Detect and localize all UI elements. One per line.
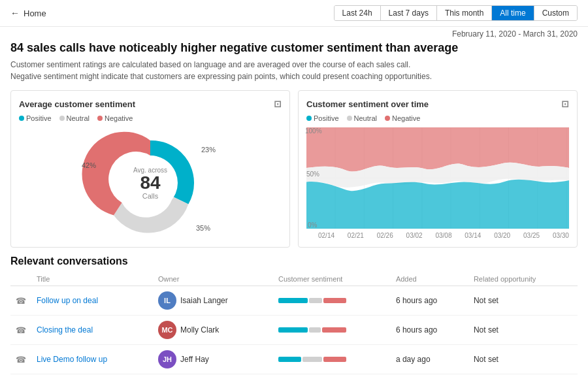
- filter-alltime[interactable]: All time: [492, 6, 534, 20]
- table-row[interactable]: ☎ Follow up on deal IL Isaiah Langer 6 h…: [10, 286, 578, 316]
- sent-positive: [278, 298, 308, 303]
- row-added: 6 hours ago: [391, 316, 468, 345]
- sentiment-over-time-title: Customer sentiment over time ⊡: [306, 99, 569, 109]
- negative-dot: [97, 116, 103, 121]
- legend-negative: Negative: [105, 114, 133, 122]
- row-phone-icon: ☎: [10, 345, 31, 374]
- row-owner: MC Molly Clark: [153, 316, 273, 345]
- sentiment-over-time-card: Customer sentiment over time ⊡ Positive …: [298, 90, 578, 248]
- row-title[interactable]: Live Demo follow up: [31, 345, 153, 374]
- page-desc-line2: Negative sentiment might indicate that c…: [10, 72, 432, 81]
- ot-legend-positive: Positive: [314, 114, 339, 122]
- x-label-0330: 03/30: [553, 232, 569, 239]
- filter-last24h[interactable]: Last 24h: [335, 6, 381, 20]
- y-label-50: 50%: [306, 171, 319, 178]
- col-opportunity: Related opportunity: [468, 272, 578, 286]
- row-phone-icon: ☎: [10, 286, 31, 316]
- x-label-0302: 03/02: [406, 232, 423, 239]
- ot-negative-dot: [385, 116, 390, 121]
- date-range: February 11, 2020 - March 31, 2020: [0, 27, 588, 41]
- page-desc-line1: Customer sentiment ratings are calculate…: [10, 60, 410, 69]
- sent-negative: [322, 327, 346, 333]
- positive-dot: [19, 116, 24, 121]
- charts-row: Average customer sentiment ⊡ Positive Ne…: [10, 90, 578, 248]
- col-sentiment: Customer sentiment: [273, 272, 391, 286]
- table-header-row: Title Owner Customer sentiment Added Rel…: [10, 272, 578, 286]
- x-label-0214: 02/14: [318, 232, 335, 239]
- sentiment-overtime-export-icon[interactable]: ⊡: [561, 99, 569, 109]
- back-arrow-icon: ←: [10, 8, 20, 18]
- donut-label-neutral: 35%: [196, 224, 210, 232]
- page-desc: Customer sentiment ratings are calculate…: [10, 59, 578, 82]
- sent-negative: [323, 298, 346, 303]
- row-sentiment: [273, 286, 391, 316]
- x-label-0226: 02/26: [377, 232, 393, 239]
- y-label-100: 100%: [305, 127, 322, 135]
- row-owner: IL Isaiah Langer: [153, 286, 273, 316]
- sent-positive: [278, 327, 308, 333]
- page-title: 84 sales calls have noticeably higher ne…: [10, 41, 578, 55]
- main-content: 84 sales calls have noticeably higher ne…: [0, 41, 588, 380]
- col-icon: [10, 272, 31, 286]
- row-title[interactable]: Closing the deal: [31, 316, 153, 345]
- ot-legend-neutral: Neutral: [354, 114, 377, 122]
- sent-positive: [278, 357, 301, 362]
- avg-sentiment-legend: Positive Neutral Negative: [19, 114, 282, 122]
- row-owner: JH Jeff Hay: [153, 345, 273, 374]
- back-label: Home: [24, 8, 46, 18]
- filter-last7days[interactable]: Last 7 days: [381, 6, 437, 20]
- x-label-0308: 03/08: [435, 232, 451, 239]
- donut-center-text: Avg. across 84 Calls: [133, 167, 167, 200]
- row-opportunity: Not set: [468, 316, 578, 345]
- conversations-table: Title Owner Customer sentiment Added Rel…: [10, 272, 578, 374]
- sent-neutral: [309, 298, 322, 303]
- sent-neutral: [309, 327, 321, 333]
- owner-name: Jeff Hay: [180, 355, 209, 364]
- filter-thismonth[interactable]: This month: [437, 6, 492, 20]
- row-added: a day ago: [391, 345, 468, 374]
- table-row[interactable]: ☎ Closing the deal MC Molly Clark 6 hour…: [10, 316, 578, 345]
- avg-sentiment-card: Average customer sentiment ⊡ Positive Ne…: [10, 90, 290, 248]
- header: ← Home Last 24h Last 7 days This month A…: [0, 0, 588, 27]
- donut-center-number: 84: [133, 174, 167, 192]
- row-opportunity: Not set: [468, 345, 578, 374]
- owner-name: Isaiah Langer: [180, 296, 228, 305]
- owner-name: Molly Clark: [180, 325, 219, 335]
- section-title: Relevant conversations: [10, 255, 578, 267]
- owner-avatar: JH: [158, 350, 176, 368]
- donut-center-sub: Calls: [133, 192, 167, 200]
- sent-negative: [323, 357, 346, 362]
- donut-label-positive: 23%: [201, 146, 216, 154]
- x-label-0221: 02/21: [348, 232, 364, 239]
- x-label-0320: 03/20: [494, 232, 510, 239]
- x-label-0314: 03/14: [465, 232, 481, 239]
- x-label-0325: 03/25: [523, 232, 540, 239]
- avg-sentiment-title: Average customer sentiment ⊡: [19, 99, 282, 109]
- filter-custom[interactable]: Custom: [534, 6, 577, 20]
- x-labels: 02/14 02/21 02/26 03/02 03/08 03/14 03/2…: [306, 232, 569, 239]
- ot-neutral-dot: [347, 116, 352, 121]
- ot-legend-negative: Negative: [392, 114, 420, 122]
- time-filters: Last 24h Last 7 days This month All time…: [334, 5, 578, 21]
- owner-avatar: IL: [158, 291, 176, 310]
- row-opportunity: Not set: [468, 286, 578, 316]
- sent-neutral: [302, 357, 322, 362]
- donut-label-negative: 42%: [82, 161, 96, 169]
- row-added: 6 hours ago: [391, 286, 468, 316]
- col-title: Title: [31, 272, 153, 286]
- row-sentiment: [273, 345, 391, 374]
- row-sentiment: [273, 316, 391, 345]
- owner-avatar: MC: [158, 321, 176, 339]
- table-row[interactable]: ☎ Live Demo follow up JH Jeff Hay a day …: [10, 345, 578, 374]
- col-added: Added: [391, 272, 468, 286]
- col-owner: Owner: [153, 272, 273, 286]
- y-label-0: 0%: [308, 221, 317, 229]
- area-chart-svg: [306, 127, 569, 229]
- legend-neutral: Neutral: [67, 114, 90, 122]
- back-link[interactable]: ← Home: [10, 8, 46, 18]
- row-title[interactable]: Follow up on deal: [31, 286, 153, 316]
- ot-positive-dot: [306, 116, 312, 121]
- neutral-dot: [59, 116, 65, 121]
- avg-sentiment-export-icon[interactable]: ⊡: [274, 99, 282, 109]
- area-negative: [306, 127, 569, 172]
